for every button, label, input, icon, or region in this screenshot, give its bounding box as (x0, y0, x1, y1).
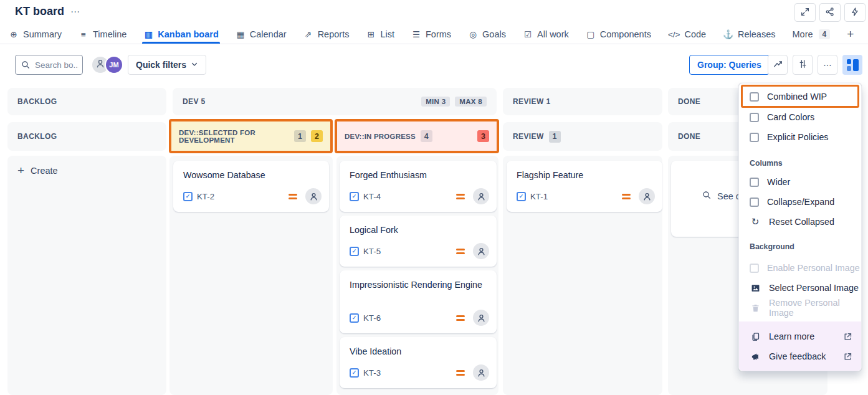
insights-button[interactable] (768, 55, 788, 75)
panel-item-card-colors[interactable]: Card Colors (739, 107, 861, 127)
add-view-button[interactable]: + (847, 25, 854, 44)
tab-forms[interactable]: Forms (411, 25, 451, 44)
tab-releases[interactable]: Releases (723, 25, 775, 44)
quick-filters-button[interactable]: Quick filters (128, 55, 206, 75)
priority-medium-icon (456, 370, 465, 376)
view-settings-button[interactable] (793, 55, 813, 75)
panel-item-label: Collapse/Expand (767, 197, 834, 207)
card-kt-6[interactable]: Impressionistic Rendering Engine ✓ KT-6 (340, 270, 497, 333)
all-work-icon (523, 29, 533, 39)
panel-item-wider[interactable]: Wider (739, 172, 861, 192)
panel-item-label: Reset Collapsed (769, 217, 834, 227)
assignee-avatar[interactable] (473, 310, 489, 326)
task-type-icon: ✓ (350, 247, 359, 256)
page-title: KT board (15, 5, 64, 18)
external-link-icon (843, 332, 852, 341)
external-link-icon (843, 352, 852, 361)
panel-item-give-feedback[interactable]: Give feedback (739, 346, 861, 366)
checkbox-combined-wip[interactable] (750, 92, 759, 102)
sliders-icon (798, 59, 808, 71)
search-icon (702, 190, 712, 202)
refresh-icon: ↻ (750, 216, 761, 227)
assignee-avatar[interactable] (305, 188, 322, 204)
panel-item-label: Enable Personal Image (767, 263, 860, 273)
group-label: DONE (678, 97, 700, 106)
reports-icon (303, 29, 313, 39)
automation-button[interactable] (844, 3, 866, 22)
tab-goals[interactable]: Goals (468, 25, 506, 44)
search-input[interactable] (15, 55, 83, 75)
panel-footer: Learn more Give feedback (739, 321, 861, 371)
card-title: Logical Fork (350, 224, 488, 236)
card-key: KT-1 (530, 192, 548, 201)
checkbox-explicit-policies[interactable] (750, 133, 759, 142)
card-kt-1[interactable]: Flagship Feature ✓ KT-1 (507, 161, 662, 212)
card-kt-2[interactable]: Wowsome Database ✓ KT-2 (173, 161, 329, 212)
tab-label: Calendar (250, 29, 287, 39)
panel-item-collapse-expand[interactable]: Collapse/Expand (739, 192, 861, 212)
tab-label: Code (685, 29, 707, 39)
board-more-menu-button[interactable]: ⋯ (67, 4, 83, 20)
group-label: DEV 5 (183, 97, 206, 106)
timeline-icon (79, 29, 88, 39)
checkbox-card-colors[interactable] (750, 113, 759, 122)
assignee-avatar[interactable] (473, 364, 489, 381)
checkbox-wider[interactable] (750, 178, 759, 187)
releases-icon (723, 29, 733, 39)
megaphone-icon (750, 352, 761, 361)
column-count-badge: 1 (294, 130, 306, 142)
tab-label: Releases (738, 29, 775, 39)
board-settings-panel: Combined WIP Card Colors Explicit Polici… (738, 83, 862, 371)
card-kt-4[interactable]: Forged Enthusiasm ✓ KT-4 (340, 161, 497, 212)
tab-label: Timeline (93, 29, 126, 39)
group-by-button[interactable]: Group: Queries (689, 55, 770, 75)
panel-item-reset-collapsed[interactable]: ↻ Reset Collapsed (739, 212, 861, 232)
share-button[interactable] (819, 3, 841, 22)
checkbox-collapse-expand[interactable] (750, 198, 759, 207)
panel-item-remove-personal-image: Remove Personal Image (739, 298, 861, 318)
group-label: BACKLOG (17, 97, 57, 106)
panel-item-combined-wip[interactable]: Combined WIP (739, 87, 861, 107)
board-panel-toggle-button[interactable] (842, 55, 862, 75)
wip-min-badge: MIN 3 (421, 97, 450, 107)
panel-item-explicit-policies[interactable]: Explicit Policies (739, 127, 861, 147)
tab-timeline[interactable]: Timeline (79, 25, 126, 44)
task-type-icon: ✓ (350, 313, 359, 323)
tab-label: More (792, 29, 813, 39)
create-issue-button[interactable]: + Create (17, 164, 58, 178)
meatball-icon: ⋯ (823, 60, 831, 70)
task-type-icon: ✓ (350, 192, 359, 201)
column-label: DONE (678, 132, 700, 141)
card-kt-3[interactable]: Vibe Ideation ✓ KT-3 (340, 337, 497, 388)
card-title: Forged Enthusiasm (350, 169, 488, 181)
panel-item-label: Combined WIP (767, 92, 827, 102)
assignee-avatar[interactable] (473, 188, 489, 204)
assignee-avatar[interactable] (473, 243, 489, 259)
tab-components[interactable]: Components (586, 25, 651, 44)
fullscreen-button[interactable] (794, 3, 816, 22)
tab-more[interactable]: More4 (792, 25, 830, 44)
board-more-actions-button[interactable]: ⋯ (818, 55, 837, 75)
card-key: KT-5 (363, 247, 381, 256)
tab-reports[interactable]: Reports (303, 25, 350, 44)
tab-kanban-board[interactable]: Kanban board (143, 25, 218, 44)
share-icon (825, 7, 835, 19)
tab-code[interactable]: Code (668, 25, 706, 44)
card-title: Flagship Feature (517, 169, 654, 181)
assignee-avatar[interactable] (639, 188, 655, 204)
user-avatar-jm[interactable]: JM (105, 55, 123, 74)
tab-label: List (380, 29, 394, 39)
tab-all-work[interactable]: All work (523, 25, 569, 44)
panel-item-select-personal-image[interactable]: Select Personal Image (739, 278, 861, 298)
chart-icon (773, 59, 783, 71)
view-tabbar: Summary Timeline Kanban board Calendar R… (0, 25, 868, 44)
tab-summary[interactable]: Summary (9, 25, 62, 44)
tab-list[interactable]: List (366, 25, 394, 44)
column-header-review: REVIEW 1 (503, 122, 662, 151)
panel-item-learn-more[interactable]: Learn more (739, 326, 861, 346)
card-kt-5[interactable]: Logical Fork ✓ KT-5 (340, 216, 497, 267)
column-header-backlog: BACKLOG (7, 122, 166, 151)
card-key: KT-3 (363, 368, 381, 378)
tab-calendar[interactable]: Calendar (236, 25, 287, 44)
see-old-label: See o (717, 191, 741, 201)
